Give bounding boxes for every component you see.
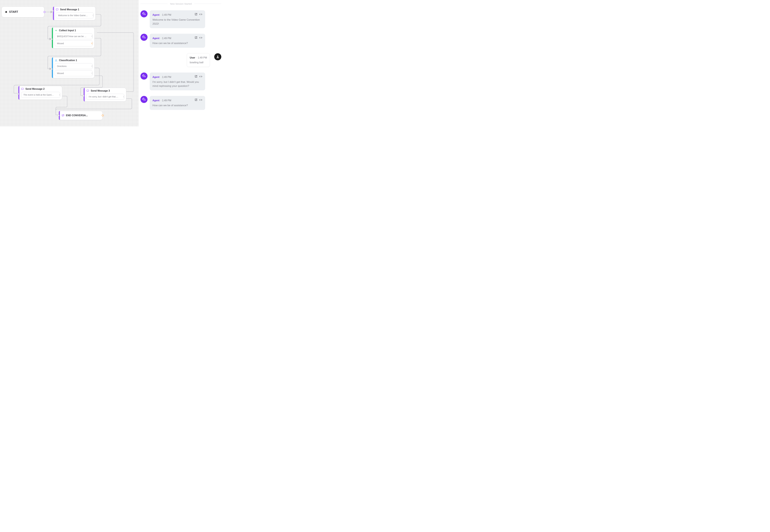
agent-avatar [140, 73, 147, 80]
code-icon[interactable] [199, 75, 202, 79]
svg-point-10 [143, 36, 145, 38]
chat-message: Agent · 1:49 PM I'm sorry, but I didn't … [140, 73, 221, 90]
svg-point-9 [143, 13, 145, 15]
chat-bubble[interactable]: Agent · 1:49 PM I'm sorry, but I didn't … [150, 73, 205, 90]
svg-point-2 [56, 59, 56, 60]
code-icon[interactable] [199, 98, 202, 103]
node-field[interactable]: Missed [55, 70, 93, 76]
node-field-text: Missed [57, 72, 64, 75]
chat-message: Agent · 1:49 PM How can we be of assista… [140, 96, 221, 110]
sender-name: Agent [152, 36, 159, 40]
popout-icon[interactable] [195, 75, 197, 79]
session-label: New Session Started [170, 2, 191, 5]
node-title: START [9, 10, 18, 14]
node-start[interactable]: START [2, 6, 44, 17]
node-send-message-2[interactable]: Send Message 2 The event is held at the … [18, 86, 62, 100]
message-time: · 1:49 PM [196, 56, 207, 60]
popout-icon[interactable] [195, 13, 197, 17]
sender-name: Agent [152, 99, 159, 102]
node-classification-1[interactable]: Classification 1 Directions Missed [52, 57, 95, 78]
chat-message: Agent · 1:49 PM How can we be of assista… [140, 34, 221, 48]
node-stripe [52, 57, 53, 78]
node-stripe [18, 86, 19, 100]
message-icon [86, 89, 89, 92]
separator-line [140, 4, 167, 4]
port-out[interactable] [92, 42, 93, 44]
popout-icon[interactable] [195, 98, 197, 103]
chat-bubble[interactable]: User · 1:49 PM bowling ball [187, 53, 210, 67]
node-field[interactable]: Welcome to the Video Game Co... [56, 12, 94, 18]
classification-icon [55, 59, 57, 62]
message-time: · 1:49 PM [161, 99, 171, 102]
message-body: How can we be of assistance? [152, 41, 202, 45]
chat-bubble[interactable]: Agent · 1:49 PM How can we be of assista… [150, 96, 205, 110]
port-out[interactable] [92, 35, 93, 37]
message-body: bowling ball [190, 60, 207, 64]
chat-message: Agent · 1:49 PM Welcome to the Video Gam… [140, 10, 221, 28]
code-icon[interactable] [199, 36, 202, 40]
sender-name: User [190, 56, 195, 60]
port-in[interactable] [52, 10, 54, 12]
node-stripe [84, 88, 85, 101]
agent-avatar [140, 10, 147, 17]
message-icon [21, 88, 24, 90]
node-field[interactable]: I'm sorry, but I didn't get that. ... [86, 94, 124, 100]
node-field[interactable]: The event is held at the Gaming... [21, 92, 60, 98]
port-in[interactable] [83, 95, 84, 97]
flow-canvas[interactable]: START Send Message 1 Welcome to the Vide… [0, 0, 139, 126]
node-title: Send Message 2 [25, 88, 45, 90]
port-in[interactable] [51, 68, 52, 70]
chat-panel: New Session Started Agent · 1:49 PM Welc… [139, 0, 224, 126]
svg-point-12 [143, 75, 145, 77]
node-collect-input-1[interactable]: Collect Input 1 $REQUEST:How can we be o… [52, 27, 95, 48]
end-conversation-icon [62, 114, 64, 117]
svg-rect-6 [87, 90, 89, 91]
separator-line [194, 4, 221, 4]
port-in[interactable] [58, 115, 59, 116]
node-field-text: Missed [57, 42, 64, 45]
svg-point-11 [217, 56, 218, 57]
chat-bubble[interactable]: Agent · 1:49 PM How can we be of assista… [150, 34, 205, 48]
node-stripe [53, 7, 54, 20]
node-field-text: I'm sorry, but I didn't get that. ... [89, 95, 119, 98]
agent-avatar [140, 96, 147, 103]
node-field[interactable]: Directions [55, 63, 93, 69]
chat-bubble[interactable]: Agent · 1:49 PM Welcome to the Video Gam… [150, 10, 205, 28]
node-field-text: Welcome to the Video Game Co... [58, 14, 91, 17]
port-out[interactable] [123, 96, 124, 98]
port-out[interactable] [92, 72, 93, 74]
popout-icon[interactable] [195, 36, 197, 40]
port-out[interactable] [44, 11, 45, 13]
agent-avatar [140, 34, 147, 41]
port-out[interactable] [102, 115, 104, 116]
port-in[interactable] [51, 38, 52, 40]
node-send-message-3[interactable]: Send Message 3 I'm sorry, but I didn't g… [83, 88, 126, 102]
chat-message: User · 1:49 PM bowling ball [159, 53, 221, 67]
node-send-message-1[interactable]: Send Message 1 Welcome to the Video Game… [53, 6, 96, 20]
message-body: How can we be of assistance? [152, 103, 202, 107]
message-time: · 1:49 PM [161, 36, 171, 40]
node-end-conversation[interactable]: END CONVERSA... [59, 111, 103, 120]
node-title: Collect Input 1 [59, 29, 76, 32]
sender-name: Agent [152, 13, 159, 17]
collect-input-icon [55, 29, 57, 32]
port-out[interactable] [92, 65, 93, 67]
node-field[interactable]: Missed [55, 40, 93, 46]
code-icon[interactable] [199, 13, 202, 17]
port-out[interactable] [93, 14, 94, 16]
node-stripe [52, 28, 53, 48]
node-title: END CONVERSA... [66, 114, 88, 117]
message-time: · 1:49 PM [161, 13, 171, 17]
port-in[interactable] [17, 93, 19, 95]
svg-point-13 [143, 99, 145, 100]
message-body: I'm sorry, but I didn't get that. Would … [152, 80, 202, 88]
node-title: Send Message 3 [91, 89, 110, 92]
node-field[interactable]: $REQUEST:How can we be of assis [55, 33, 93, 39]
message-icon [56, 8, 58, 11]
message-body: Welcome to the Video Game Convention 202… [152, 18, 202, 26]
node-field-text: $REQUEST:How can we be of assis [57, 35, 92, 38]
node-field-text: The event is held at the Gaming... [23, 94, 56, 96]
port-out[interactable] [59, 94, 60, 96]
svg-rect-5 [21, 88, 24, 90]
svg-point-1 [56, 30, 56, 31]
